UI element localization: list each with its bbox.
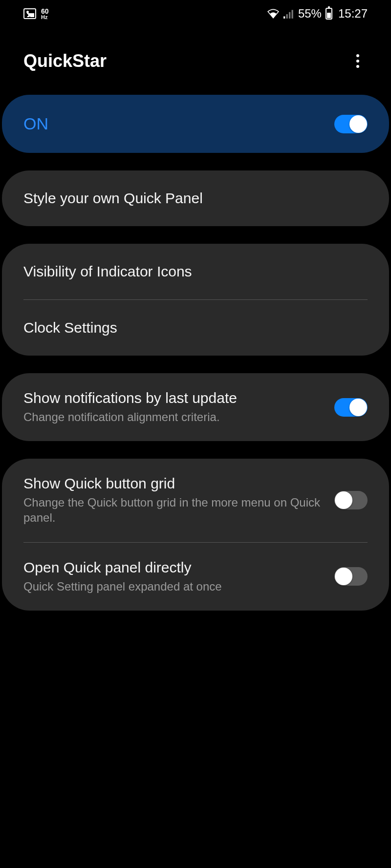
signal-icon (283, 9, 294, 19)
svg-rect-0 (283, 17, 285, 19)
wifi-icon (267, 8, 280, 19)
page-title: QuickStar (23, 51, 107, 71)
master-toggle-row[interactable]: ON (2, 95, 389, 153)
open-quick-panel-toggle[interactable] (334, 567, 368, 586)
row-subtitle: Change notification alignment criteria. (23, 409, 325, 424)
refresh-rate-label: 60 Hz (41, 8, 49, 20)
row-title: Style your own Quick Panel (23, 190, 358, 207)
master-toggle-switch[interactable] (334, 115, 368, 133)
settings-card: Style your own Quick Panel (2, 170, 389, 226)
quick-button-grid-toggle[interactable] (334, 491, 368, 509)
hz-value: 60 (41, 8, 49, 15)
battery-icon (326, 8, 332, 20)
settings-card: Visibility of Indicator Icons Clock Sett… (2, 244, 389, 356)
row-title: Show notifications by last update (23, 390, 325, 406)
svg-rect-2 (289, 12, 290, 19)
row-title: Show Quick button grid (23, 475, 325, 492)
settings-list: ON Style your own Quick Panel Visibility… (0, 95, 391, 611)
image-icon (23, 8, 36, 19)
notifications-last-update-toggle[interactable] (334, 398, 368, 417)
status-right: 55% 15:27 (267, 7, 368, 21)
row-title: Clock Settings (23, 319, 358, 336)
clock-settings-row[interactable]: Clock Settings (2, 300, 389, 356)
battery-percent: 55% (298, 7, 322, 21)
row-subtitle: Change the Quick button grid in the more… (23, 495, 325, 525)
show-notifications-last-update-row[interactable]: Show notifications by last update Change… (2, 373, 389, 441)
open-quick-panel-directly-row[interactable]: Open Quick panel directly Quick Setting … (2, 543, 389, 611)
settings-card: Show Quick button grid Change the Quick … (2, 459, 389, 611)
show-quick-button-grid-row[interactable]: Show Quick button grid Change the Quick … (2, 459, 389, 542)
hz-unit: Hz (41, 15, 49, 20)
clock: 15:27 (338, 7, 368, 21)
settings-card: Show notifications by last update Change… (2, 373, 389, 441)
master-toggle-label: ON (23, 114, 325, 133)
status-bar: 60 Hz 55% 15:27 (0, 0, 391, 27)
master-toggle-card: ON (2, 95, 389, 153)
status-left: 60 Hz (23, 8, 49, 20)
row-title: Open Quick panel directly (23, 559, 325, 576)
app-header: QuickStar (0, 27, 391, 95)
style-quick-panel-row[interactable]: Style your own Quick Panel (2, 170, 389, 226)
svg-rect-3 (291, 10, 293, 19)
more-options-button[interactable] (348, 51, 368, 71)
visibility-indicator-icons-row[interactable]: Visibility of Indicator Icons (2, 244, 389, 299)
row-title: Visibility of Indicator Icons (23, 263, 358, 280)
more-vert-icon (356, 54, 359, 68)
svg-rect-1 (286, 14, 287, 19)
row-subtitle: Quick Setting panel expanded at once (23, 579, 325, 594)
